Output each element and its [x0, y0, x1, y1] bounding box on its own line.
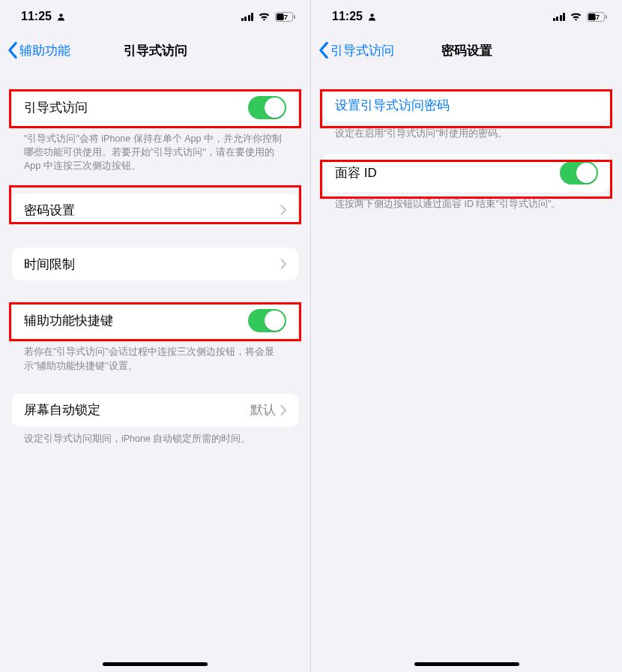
home-indicator[interactable] — [103, 662, 208, 666]
row-label: 设置引导式访问密码 — [335, 97, 598, 114]
row-label: 面容 ID — [335, 164, 560, 182]
nav-bar: 引导式访问 密码设置 — [311, 33, 622, 68]
cellular-icon — [553, 12, 566, 21]
toggle-on-icon[interactable] — [248, 309, 286, 332]
row-label: 密码设置 — [24, 202, 280, 219]
row-time-limit[interactable]: 时间限制 — [12, 248, 298, 280]
toggle-on-icon[interactable] — [248, 96, 286, 119]
status-bar: 11:25 47 — [311, 0, 622, 33]
home-indicator[interactable] — [414, 662, 519, 666]
back-button[interactable]: 引导式访问 — [311, 41, 394, 59]
row-label: 引导式访问 — [24, 99, 248, 116]
row-passcode-settings[interactable]: 密码设置 — [12, 194, 298, 226]
section-footer: 设定引导式访问期间，iPhone 自动锁定所需的时间。 — [24, 432, 286, 446]
section-footer: 若你在"引导式访问"会话过程中连按三次侧边按钮，将会显示"辅助功能快捷键"设置。 — [24, 345, 286, 372]
section-footer: "引导式访问"会将 iPhone 保持在单个 App 中，并允许你控制哪些功能可… — [24, 132, 286, 172]
svg-point-0 — [59, 14, 62, 16]
svg-text:47: 47 — [280, 14, 288, 21]
row-label: 屏幕自动锁定 — [24, 401, 250, 418]
status-bar: 11:25 47 — [0, 0, 310, 33]
row-label: 时间限制 — [24, 256, 280, 273]
status-time: 11:25 — [21, 10, 52, 23]
row-face-id-toggle[interactable]: 面容 ID — [323, 154, 610, 192]
profile-icon — [56, 12, 66, 22]
status-time: 11:25 — [332, 10, 363, 23]
svg-rect-4 — [294, 15, 295, 19]
screen-guided-access: 11:25 47 辅助功能 — [0, 0, 311, 672]
back-button[interactable]: 辅助功能 — [0, 41, 70, 59]
nav-bar: 辅助功能 引导式访问 — [0, 33, 310, 68]
back-label: 辅助功能 — [19, 42, 70, 59]
wifi-icon — [570, 12, 582, 22]
row-set-guided-access-passcode[interactable]: 设置引导式访问密码 — [323, 88, 610, 122]
battery-icon: 47 — [275, 12, 295, 22]
section-footer: 连按两下侧边按钮以通过面容 ID 结束"引导式访问"。 — [335, 197, 598, 211]
chevron-left-icon — [6, 41, 19, 59]
row-value: 默认 — [250, 401, 276, 418]
section-footer: 设定在启用"引导式访问"时使用的密码。 — [335, 127, 598, 140]
chevron-left-icon — [317, 41, 330, 59]
svg-text:47: 47 — [592, 14, 600, 21]
svg-point-5 — [370, 14, 373, 16]
screen-passcode-settings: 11:25 47 引导式访 — [311, 0, 622, 672]
row-label: 辅助功能快捷键 — [24, 312, 248, 329]
svg-rect-9 — [606, 15, 607, 19]
row-auto-lock[interactable]: 屏幕自动锁定 默认 — [12, 394, 298, 427]
row-accessibility-shortcut[interactable]: 辅助功能快捷键 — [12, 302, 298, 340]
profile-icon — [367, 12, 377, 22]
cellular-icon — [241, 12, 254, 21]
row-guided-access-toggle[interactable]: 引导式访问 — [12, 88, 298, 127]
back-label: 引导式访问 — [330, 42, 394, 59]
chevron-right-icon — [280, 405, 286, 416]
chevron-right-icon — [280, 259, 286, 269]
battery-icon: 47 — [587, 12, 607, 22]
toggle-on-icon[interactable] — [560, 161, 598, 184]
chevron-right-icon — [280, 205, 286, 215]
wifi-icon — [258, 12, 271, 22]
